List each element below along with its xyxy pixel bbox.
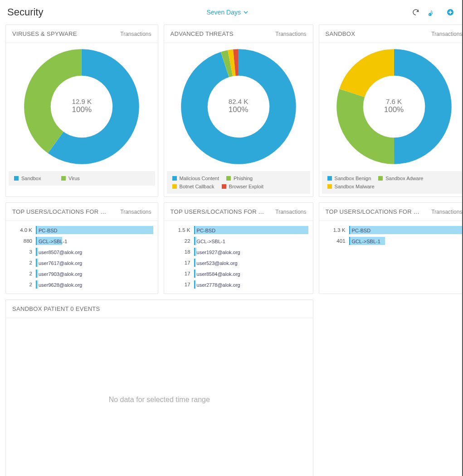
bar-label: user8584@alok.org (197, 270, 240, 278)
donut-slice[interactable] (194, 63, 283, 151)
legend-viruses: SandboxVirus (9, 171, 155, 186)
bar-fill (195, 280, 196, 289)
bar-label: user9628@alok.org (39, 281, 82, 289)
bar-label: user8507@alok.org (39, 248, 82, 256)
dashboard-grid: VIRUSES & SPYWARE Transactions 12.9 K 10… (0, 23, 462, 476)
bar-fill (37, 270, 38, 278)
legend-item[interactable]: Phishing (226, 176, 266, 181)
legend-swatch (172, 184, 177, 189)
legend-swatch (226, 176, 231, 181)
card-title: TOP USERS/LOCATIONS FOR ADV... (171, 208, 266, 215)
card-top-users-sandbox: TOP USERS/LOCATIONS FOR SAN... Transacti… (319, 202, 463, 294)
bar-fill (37, 248, 38, 256)
legend-item[interactable]: Browser Exploit (222, 184, 263, 189)
donut-slice[interactable] (230, 63, 234, 63)
bar-value: 880 (9, 238, 32, 244)
legend-label: Sandbox Malware (335, 184, 375, 189)
font-icon: A+ (429, 8, 438, 16)
bar-row[interactable]: 1.3 KPC-BSD (319, 225, 463, 236)
page-title: Security (7, 6, 43, 18)
donut-slice[interactable] (394, 63, 439, 151)
bar-row[interactable]: 4.0 KPC-BSD (6, 225, 158, 236)
donut-slice[interactable] (224, 63, 230, 64)
legend-item[interactable]: Virus (61, 176, 101, 181)
donut-slice[interactable] (352, 63, 394, 93)
bar-row[interactable]: 22GCL->SBL-1 (164, 236, 313, 246)
bar-row[interactable]: 401GCL->SBL-1 (319, 236, 463, 246)
bar-value: 4.0 K (9, 227, 32, 233)
bar-value: 22 (167, 238, 190, 244)
card-subtitle[interactable]: Transactions (275, 209, 306, 215)
card-title: TOP USERS/LOCATIONS FOR VIRU... (12, 208, 110, 215)
card-subtitle[interactable]: Transactions (120, 31, 151, 37)
bar-track: PC-BSD (349, 226, 463, 234)
legend-item[interactable]: Malicious Content (172, 176, 219, 181)
legend-advanced: Malicious ContentPhishingBotnet Callback… (167, 171, 310, 194)
legend-item[interactable]: Sandbox Benign (327, 176, 371, 181)
donut-chart-viruses[interactable] (23, 48, 141, 166)
donut-slice[interactable] (38, 63, 82, 142)
bar-fill (195, 259, 196, 267)
bar-row[interactable]: 2user9628@alok.org (6, 279, 158, 290)
page-header: Security Seven Days A+ (0, 0, 462, 23)
bar-list-advanced[interactable]: 1.5 KPC-BSD22GCL->SBL-118user1927@alok.o… (164, 221, 313, 294)
card-subtitle[interactable]: Transactions (120, 209, 151, 215)
legend-item[interactable]: Sandbox (14, 176, 54, 181)
bar-list-viruses[interactable]: 4.0 KPC-BSD880GCL->SBL-13user8507@alok.o… (6, 221, 158, 294)
bar-value: 401 (322, 238, 346, 244)
bar-track: user8584@alok.org (194, 270, 308, 278)
donut-slice[interactable] (350, 93, 394, 151)
bar-row[interactable]: 17user8584@alok.org (164, 268, 313, 279)
donut-chart-advanced[interactable] (180, 48, 297, 166)
bar-label: PC-BSD (352, 226, 371, 234)
empty-state: No data for selected time range (6, 318, 313, 476)
bar-label: user523@alok.org (197, 259, 238, 267)
add-widget-button[interactable] (446, 8, 455, 17)
card-top-users-advanced: TOP USERS/LOCATIONS FOR ADV... Transacti… (164, 202, 313, 294)
legend-swatch (172, 176, 177, 181)
card-subtitle[interactable]: Transactions (431, 31, 462, 37)
card-title: TOP USERS/LOCATIONS FOR SAN... (326, 208, 421, 215)
legend-label: Phishing (234, 176, 253, 181)
refresh-button[interactable] (411, 8, 420, 17)
donut-chart-sandbox[interactable] (335, 48, 453, 166)
card-subtitle[interactable]: Transactions (431, 209, 462, 215)
legend-item[interactable]: Botnet Callback (172, 184, 214, 189)
bar-row[interactable]: 2user7903@alok.org (6, 268, 158, 279)
bar-track: user1927@alok.org (194, 248, 308, 256)
bar-row[interactable]: 17user2778@alok.org (164, 279, 313, 290)
bar-row[interactable]: 3user8507@alok.org (6, 246, 158, 257)
bar-track: user2778@alok.org (194, 280, 308, 289)
bar-value: 1.5 K (167, 227, 190, 233)
bar-row[interactable]: 1.5 KPC-BSD (164, 225, 313, 236)
bar-row[interactable]: 2user7617@alok.org (6, 257, 158, 268)
legend-label: Botnet Callback (180, 184, 214, 189)
bar-value: 18 (167, 249, 190, 255)
bar-fill (195, 270, 196, 278)
font-settings-button[interactable]: A+ (429, 8, 438, 17)
legend-label: Sandbox Benign (335, 176, 371, 181)
bar-label: GCL->SBL-1 (352, 237, 380, 245)
legend-item[interactable]: Sandbox Adware (378, 176, 423, 181)
timerange-dropdown[interactable]: Seven Days (207, 9, 248, 16)
bar-value: 17 (167, 260, 190, 265)
card-advanced-threats: ADVANCED THREATS Transactions 82.4 K 100… (164, 25, 313, 197)
card-sandbox: SANDBOX Transactions 7.6 K 100% Sandbox … (319, 25, 463, 197)
legend-label: Malicious Content (180, 176, 219, 181)
bar-row[interactable]: 18user1927@alok.org (164, 246, 313, 257)
bar-row[interactable]: 17user523@alok.org (164, 257, 313, 268)
legend-item[interactable]: Sandbox Malware (327, 184, 375, 189)
bar-label: user2778@alok.org (197, 281, 240, 289)
card-title: SANDBOX (326, 30, 356, 37)
bar-track: user7617@alok.org (36, 259, 153, 267)
bar-row[interactable]: 880GCL->SBL-1 (6, 236, 158, 246)
bar-track: GCL->SBL-1 (194, 237, 308, 245)
bar-track: GCL->SBL-1 (349, 237, 463, 245)
bar-track: GCL->SBL-1 (36, 237, 153, 245)
card-subtitle[interactable]: Transactions (275, 31, 306, 37)
legend-label: Sandbox (21, 176, 41, 181)
bar-value: 2 (9, 271, 32, 276)
legend-swatch (222, 184, 226, 189)
legend-sandbox: Sandbox BenignSandbox AdwareSandbox Malw… (322, 171, 463, 194)
bar-label: user1927@alok.org (197, 248, 240, 256)
